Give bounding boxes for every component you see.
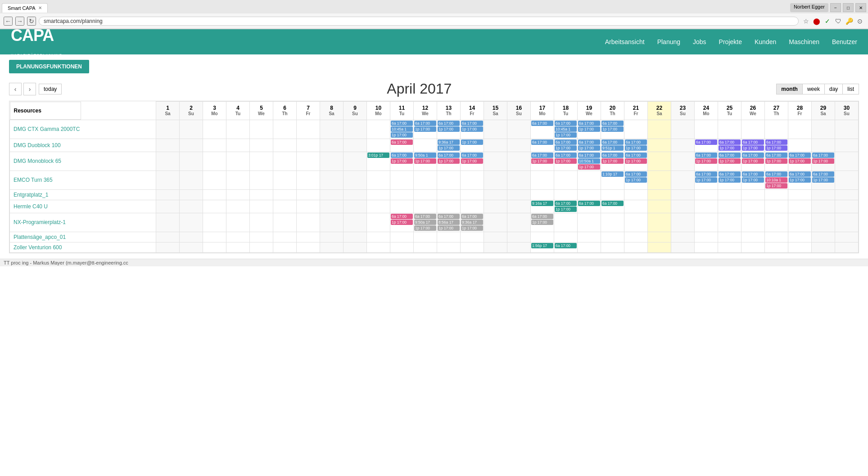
cell-r6-d21[interactable] — [624, 213, 648, 232]
cell-r3-d27[interactable]: 6a 17:0010:10a 11p 17:00 — [765, 171, 788, 189]
calendar-event[interactable]: 6a 17:00 — [789, 171, 811, 177]
cell-r5-d2[interactable] — [180, 200, 203, 213]
cell-r4-d18[interactable] — [554, 189, 578, 200]
calendar-event[interactable]: 10:50a 1 — [578, 158, 600, 164]
cell-r7-d5[interactable] — [250, 232, 273, 242]
cell-r8-d25[interactable] — [718, 242, 741, 252]
cell-r7-d19[interactable] — [578, 232, 601, 242]
calendar-event[interactable]: 1p 17:00 — [625, 145, 647, 151]
cell-r8-d4[interactable] — [226, 242, 250, 252]
cell-r8-d6[interactable] — [273, 242, 297, 252]
cell-r6-d23[interactable] — [671, 213, 695, 232]
calendar-event[interactable]: 6a 17:00 — [812, 171, 834, 177]
cell-r0-d23[interactable] — [671, 120, 695, 139]
cell-r7-d12[interactable] — [414, 232, 437, 242]
calendar-event[interactable]: 6a 17:00 — [742, 139, 764, 145]
calendar-event[interactable]: 1p 17:00 — [461, 139, 483, 145]
calendar-event[interactable]: 6a 17:00 — [555, 201, 577, 206]
cell-r0-d28[interactable] — [788, 120, 812, 139]
calendar-event[interactable]: 6a 17:00 — [461, 214, 483, 219]
calendar-event[interactable]: 1p 17:00 — [461, 158, 483, 164]
cell-r0-d17[interactable]: 6a 17:00 — [531, 120, 554, 139]
cell-r2-d13[interactable]: 6a 17:001p 17:00 — [437, 152, 461, 171]
cell-r3-d11[interactable] — [390, 171, 414, 189]
cell-r1-d24[interactable]: 6a 17:00 — [695, 139, 718, 152]
cell-r2-d14[interactable]: 6a 17:001p 17:00 — [461, 152, 484, 171]
cell-r7-d20[interactable] — [601, 232, 624, 242]
cell-r8-d3[interactable] — [203, 242, 226, 252]
calendar-event[interactable]: 10:10a 1 — [765, 177, 787, 183]
calendar-event[interactable]: 1p 17:00 — [531, 220, 553, 225]
cell-r0-d19[interactable]: 6a 17:001p 17:00 — [578, 120, 601, 139]
calendar-event[interactable]: 6a 17:00 — [625, 153, 647, 158]
cell-r7-d7[interactable] — [297, 232, 320, 242]
cell-r1-d28[interactable] — [788, 139, 812, 152]
calendar-event[interactable]: 1p 17:00 — [695, 177, 717, 183]
cell-r1-d22[interactable] — [648, 139, 671, 152]
cell-r3-d26[interactable]: 6a 17:001p 17:00 — [741, 171, 765, 189]
calendar-event[interactable]: 1p 17:00 — [555, 132, 577, 138]
calendar-event[interactable]: 1p 17:00 — [812, 158, 834, 164]
cell-r5-d5[interactable] — [250, 200, 273, 213]
calendar-event[interactable]: 6a 17:00 — [601, 139, 624, 145]
cell-r6-d29[interactable] — [812, 213, 835, 232]
calendar-event[interactable]: 1p 17:00 — [391, 132, 413, 138]
cell-r8-d10[interactable] — [367, 242, 390, 252]
cell-r1-d13[interactable]: 9:36a 171p 17:00 — [437, 139, 461, 152]
cell-r4-d24[interactable] — [695, 189, 718, 200]
cell-r2-d10[interactable]: 3:01p 17 — [367, 152, 390, 171]
cell-r1-d30[interactable] — [835, 139, 859, 152]
cell-r8-d28[interactable] — [788, 242, 812, 252]
cell-r4-d11[interactable] — [390, 189, 414, 200]
nav-jobs[interactable]: Jobs — [693, 38, 706, 45]
cell-r1-d7[interactable] — [297, 139, 320, 152]
cell-r5-d6[interactable] — [273, 200, 297, 213]
cell-r6-d16[interactable] — [507, 213, 531, 232]
cell-r5-d17[interactable]: 9:16a 17 — [531, 200, 554, 213]
calendar-event[interactable]: 1p 17:00 — [742, 177, 764, 183]
calendar-event[interactable]: 1p 17:00 — [391, 220, 413, 225]
cell-r0-d7[interactable] — [297, 120, 320, 139]
cell-r8-d5[interactable] — [250, 242, 273, 252]
cell-r5-d30[interactable] — [835, 200, 859, 213]
cell-r7-d27[interactable] — [765, 232, 788, 242]
calendar-event[interactable]: 8:56a 17 — [438, 220, 460, 225]
cell-r4-d8[interactable] — [320, 189, 344, 200]
cell-r3-d24[interactable]: 6a 17:001p 17:00 — [695, 171, 718, 189]
calendar-event[interactable]: 1p 17:00 — [461, 126, 483, 132]
calendar-event[interactable]: 6a 17:00 — [742, 153, 764, 158]
cell-r3-d23[interactable] — [671, 171, 695, 189]
calendar-event[interactable]: 6a 17:00 — [765, 139, 787, 145]
cell-r6-d6[interactable] — [273, 213, 297, 232]
cell-r8-d16[interactable] — [507, 242, 531, 252]
calendar-event[interactable]: 1p 17:00 — [555, 158, 577, 164]
cell-r0-d14[interactable]: 6a 17:001p 17:00 — [461, 120, 484, 139]
cell-r5-d11[interactable] — [390, 200, 414, 213]
calendar-event[interactable]: 6a 17:00 — [555, 139, 577, 145]
cell-r5-d26[interactable] — [741, 200, 765, 213]
cell-r5-d28[interactable] — [788, 200, 812, 213]
calendar-event[interactable]: 6a 17:00 — [578, 153, 600, 158]
cell-r2-d4[interactable] — [226, 152, 250, 171]
cell-r5-d3[interactable] — [203, 200, 226, 213]
calendar-event[interactable]: 6a 17:00 — [695, 153, 717, 158]
cell-r8-d17[interactable]: 1:56p 17 — [531, 242, 554, 252]
cell-r2-d17[interactable]: 6a 17:001p 17:00 — [531, 152, 554, 171]
calendar-event[interactable]: 6a 17:00 — [625, 171, 647, 177]
nav-arbeitsansicht[interactable]: Arbeitsansicht — [605, 38, 645, 45]
cell-r2-d15[interactable] — [484, 152, 507, 171]
cell-r1-d1[interactable] — [156, 139, 180, 152]
cell-r7-d16[interactable] — [507, 232, 531, 242]
calendar-event[interactable]: 9:36a 17 — [438, 139, 460, 145]
cell-r4-d16[interactable] — [507, 189, 531, 200]
back-btn[interactable]: ← — [4, 17, 13, 26]
cell-r0-d25[interactable] — [718, 120, 741, 139]
cell-r8-d21[interactable] — [624, 242, 648, 252]
calendar-event[interactable]: 6a 17:00 — [578, 139, 600, 145]
cell-r3-d28[interactable]: 6a 17:001p 17:00 — [788, 171, 812, 189]
cell-r0-d4[interactable] — [226, 120, 250, 139]
cell-r6-d27[interactable] — [765, 213, 788, 232]
calendar-event[interactable]: 9:36a 17 — [461, 220, 483, 225]
calendar-event[interactable]: 1p 17:00 — [578, 145, 600, 151]
cell-r5-d27[interactable] — [765, 200, 788, 213]
